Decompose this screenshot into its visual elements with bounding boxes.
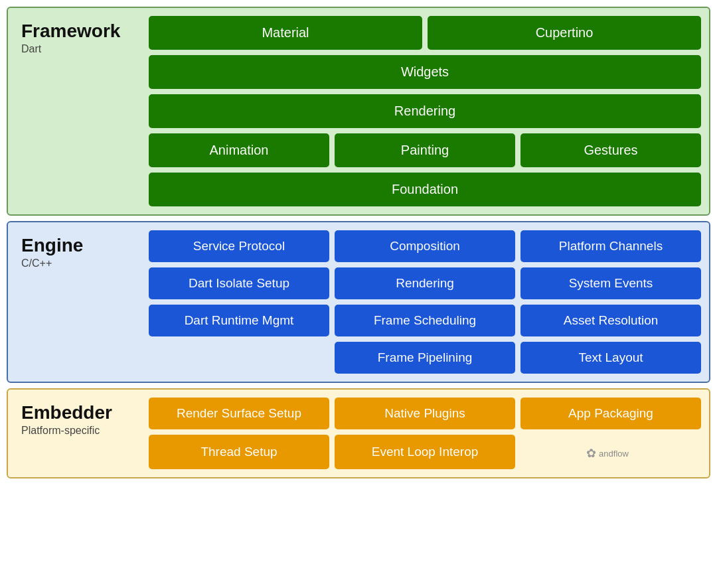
framework-row-3: Rendering [149,94,701,128]
chip-gestures[interactable]: Gestures [520,133,701,167]
engine-row-1: Service Protocol Composition Platform Ch… [149,230,701,262]
watermark: ✿ andflow [586,443,635,461]
embedder-label: Embedder Platform-specific [16,398,149,469]
engine-content: Service Protocol Composition Platform Ch… [149,230,701,374]
engine-title: Engine [21,236,141,256]
framework-row-2: Widgets [149,55,701,89]
chip-native-plugins[interactable]: Native Plugins [335,398,515,429]
chip-render-surface-setup[interactable]: Render Surface Setup [149,398,329,429]
framework-row-4: Animation Painting Gestures [149,133,701,167]
chip-service-protocol[interactable]: Service Protocol [149,230,329,262]
engine-row-4: Frame Pipelining Text Layout [149,342,701,374]
watermark-text: andflow [599,449,629,459]
embedder-content: Render Surface Setup Native Plugins App … [149,398,701,469]
chip-composition[interactable]: Composition [335,230,515,262]
chip-event-loop-interop[interactable]: Event Loop Interop [335,435,515,469]
engine-subtitle: C/C++ [21,257,141,269]
chip-foundation[interactable]: Foundation [149,173,701,206]
chip-app-packaging[interactable]: App Packaging [520,398,701,429]
chip-dart-runtime-mgmt[interactable]: Dart Runtime Mgmt [149,305,329,336]
diagram-container: Framework Dart Material Cupertino Widget… [0,0,717,588]
chip-painting[interactable]: Painting [335,133,515,167]
chip-widgets[interactable]: Widgets [149,55,701,89]
chip-empty-embedder: ✿ andflow [520,435,701,469]
engine-row-2: Dart Isolate Setup Rendering System Even… [149,267,701,299]
chip-system-events[interactable]: System Events [520,267,701,299]
engine-section: Engine C/C++ Service Protocol Compositio… [7,221,710,383]
chip-frame-pipelining[interactable]: Frame Pipelining [335,342,515,374]
framework-section: Framework Dart Material Cupertino Widget… [7,7,710,216]
chip-material[interactable]: Material [149,16,422,50]
embedder-row-1: Render Surface Setup Native Plugins App … [149,398,701,429]
chip-frame-scheduling[interactable]: Frame Scheduling [335,305,515,336]
framework-row-1: Material Cupertino [149,16,701,50]
chip-rendering-fw[interactable]: Rendering [149,94,701,128]
embedder-title: Embedder [21,403,141,423]
embedder-section: Embedder Platform-specific Render Surfac… [7,388,710,478]
chip-asset-resolution[interactable]: Asset Resolution [520,305,701,336]
chip-empty-engine [149,342,329,374]
framework-row-5: Foundation [149,173,701,206]
chip-animation[interactable]: Animation [149,133,329,167]
watermark-icon: ✿ [586,446,596,461]
chip-dart-isolate-setup[interactable]: Dart Isolate Setup [149,267,329,299]
chip-rendering-eng[interactable]: Rendering [335,267,515,299]
chip-text-layout[interactable]: Text Layout [520,342,701,374]
embedder-subtitle: Platform-specific [21,425,141,437]
framework-label: Framework Dart [16,16,149,206]
framework-content: Material Cupertino Widgets Rendering Ani… [149,16,701,206]
engine-label: Engine C/C++ [16,230,149,374]
framework-subtitle: Dart [21,43,141,55]
chip-cupertino[interactable]: Cupertino [428,16,701,50]
framework-title: Framework [21,21,141,42]
chip-thread-setup[interactable]: Thread Setup [149,435,329,469]
embedder-row-2: Thread Setup Event Loop Interop ✿ andflo… [149,435,701,469]
chip-platform-channels[interactable]: Platform Channels [520,230,701,262]
engine-row-3: Dart Runtime Mgmt Frame Scheduling Asset… [149,305,701,336]
